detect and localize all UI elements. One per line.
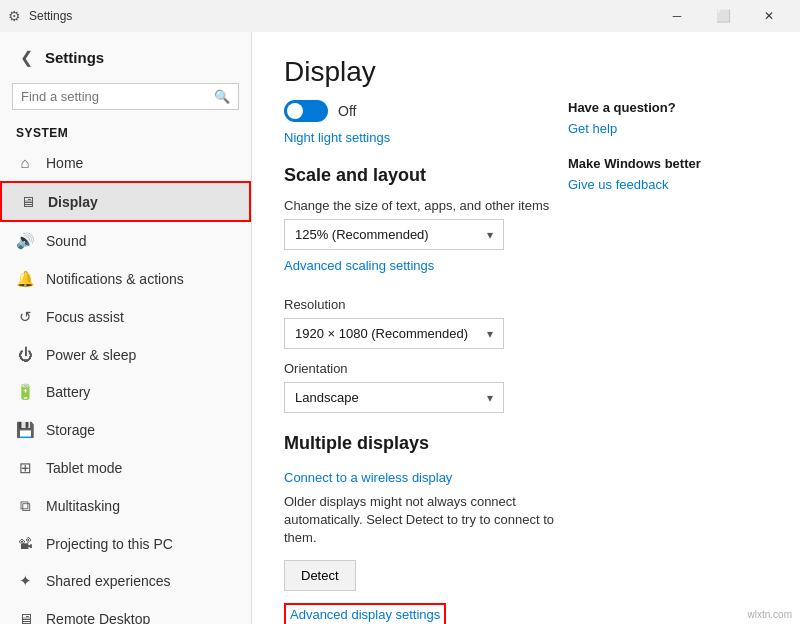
nav-label-multitasking: Multitasking [46, 498, 120, 514]
sidebar-item-multitasking[interactable]: ⧉ Multitasking [0, 487, 251, 525]
sidebar-item-focus[interactable]: ↺ Focus assist [0, 298, 251, 336]
system-section-title: System [0, 118, 251, 144]
connect-wireless-link[interactable]: Connect to a wireless display [284, 470, 452, 485]
night-mode-toggle[interactable] [284, 100, 328, 122]
sidebar-item-power[interactable]: ⏻ Power & sleep [0, 336, 251, 373]
scale-section-title: Scale and layout [284, 165, 568, 186]
title-bar-title: Settings [29, 9, 72, 23]
resolution-dropdown-value: 1920 × 1080 (Recommended) [295, 326, 468, 341]
shared-icon: ✦ [16, 572, 34, 590]
get-help-link[interactable]: Get help [568, 121, 617, 136]
watermark: wlxtn.com [748, 609, 792, 620]
make-windows-title: Make Windows better [568, 156, 768, 171]
nav-label-sound: Sound [46, 233, 86, 249]
sidebar-item-remote[interactable]: 🖥 Remote Desktop [0, 600, 251, 624]
sidebar-item-shared[interactable]: ✦ Shared experiences [0, 562, 251, 600]
scale-dropdown-arrow: ▾ [487, 228, 493, 242]
resolution-dropdown[interactable]: 1920 × 1080 (Recommended) ▾ [284, 318, 504, 349]
give-feedback-link[interactable]: Give us feedback [568, 177, 668, 192]
tablet-icon: ⊞ [16, 459, 34, 477]
projecting-icon: 📽 [16, 535, 34, 552]
title-bar: ⚙ Settings ─ ⬜ ✕ [0, 0, 800, 32]
nav-label-storage: Storage [46, 422, 95, 438]
orientation-dropdown-arrow: ▾ [487, 391, 493, 405]
have-question-section: Have a question? Get help [568, 100, 768, 136]
sidebar: ❮ Settings 🔍 System ⌂ Home 🖥 Display 🔊 S… [0, 32, 252, 624]
detect-button[interactable]: Detect [284, 560, 356, 591]
make-windows-section: Make Windows better Give us feedback [568, 156, 768, 192]
back-button[interactable]: ❮ [16, 44, 37, 71]
sidebar-app-title: Settings [45, 49, 104, 66]
orientation-dropdown[interactable]: Landscape ▾ [284, 382, 504, 413]
sidebar-item-projecting[interactable]: 📽 Projecting to this PC [0, 525, 251, 562]
page-title: Display [284, 56, 768, 88]
nav-label-remote: Remote Desktop [46, 611, 150, 625]
nav-label-tablet: Tablet mode [46, 460, 122, 476]
scale-dropdown[interactable]: 125% (Recommended) ▾ [284, 219, 504, 250]
multitasking-icon: ⧉ [16, 497, 34, 515]
nav-label-focus: Focus assist [46, 309, 124, 325]
night-mode-toggle-row: Off [284, 100, 568, 122]
sidebar-item-storage[interactable]: 💾 Storage [0, 411, 251, 449]
nav-label-display: Display [48, 194, 98, 210]
sidebar-item-battery[interactable]: 🔋 Battery [0, 373, 251, 411]
nav-label-projecting: Projecting to this PC [46, 536, 173, 552]
settings-icon: ⚙ [8, 8, 21, 24]
orientation-dropdown-value: Landscape [295, 390, 359, 405]
search-input[interactable] [21, 89, 208, 104]
nav-label-shared: Shared experiences [46, 573, 171, 589]
sidebar-item-notifications[interactable]: 🔔 Notifications & actions [0, 260, 251, 298]
nav-label-power: Power & sleep [46, 347, 136, 363]
display-icon: 🖥 [18, 193, 36, 210]
sidebar-item-display[interactable]: 🖥 Display [0, 181, 251, 222]
advanced-display-settings-link[interactable]: Advanced display settings [284, 603, 446, 624]
content-area: Display Off Night light settings Scale a… [252, 32, 800, 624]
storage-icon: 💾 [16, 421, 34, 439]
scale-dropdown-value: 125% (Recommended) [295, 227, 429, 242]
nav-label-home: Home [46, 155, 83, 171]
main-inner: Off Night light settings Scale and layou… [284, 100, 768, 624]
remote-icon: 🖥 [16, 610, 34, 624]
resolution-label: Resolution [284, 297, 568, 312]
nav-label-notifications: Notifications & actions [46, 271, 184, 287]
app-container: ❮ Settings 🔍 System ⌂ Home 🖥 Display 🔊 S… [0, 32, 800, 624]
toggle-off-label: Off [338, 103, 356, 119]
multiple-displays-desc: Older displays might not always connect … [284, 493, 568, 548]
minimize-button[interactable]: ─ [654, 0, 700, 32]
sound-icon: 🔊 [16, 232, 34, 250]
multiple-displays-section-title: Multiple displays [284, 433, 568, 454]
power-icon: ⏻ [16, 346, 34, 363]
battery-icon: 🔋 [16, 383, 34, 401]
sidebar-item-sound[interactable]: 🔊 Sound [0, 222, 251, 260]
night-light-settings-link[interactable]: Night light settings [284, 130, 390, 145]
sidebar-header: ❮ Settings [0, 32, 251, 83]
sidebar-item-home[interactable]: ⌂ Home [0, 144, 251, 181]
orientation-label: Orientation [284, 361, 568, 376]
home-icon: ⌂ [16, 154, 34, 171]
resolution-dropdown-arrow: ▾ [487, 327, 493, 341]
window-controls: ─ ⬜ ✕ [654, 0, 792, 32]
sidebar-item-tablet[interactable]: ⊞ Tablet mode [0, 449, 251, 487]
maximize-button[interactable]: ⬜ [700, 0, 746, 32]
search-icon: 🔍 [214, 89, 230, 104]
right-panel: Have a question? Get help Make Windows b… [568, 100, 768, 624]
advanced-scaling-link[interactable]: Advanced scaling settings [284, 258, 434, 273]
nav-label-battery: Battery [46, 384, 90, 400]
focus-icon: ↺ [16, 308, 34, 326]
have-question-title: Have a question? [568, 100, 768, 115]
notifications-icon: 🔔 [16, 270, 34, 288]
close-button[interactable]: ✕ [746, 0, 792, 32]
scale-field-label: Change the size of text, apps, and other… [284, 198, 568, 213]
main-left: Off Night light settings Scale and layou… [284, 100, 568, 624]
search-box[interactable]: 🔍 [12, 83, 239, 110]
